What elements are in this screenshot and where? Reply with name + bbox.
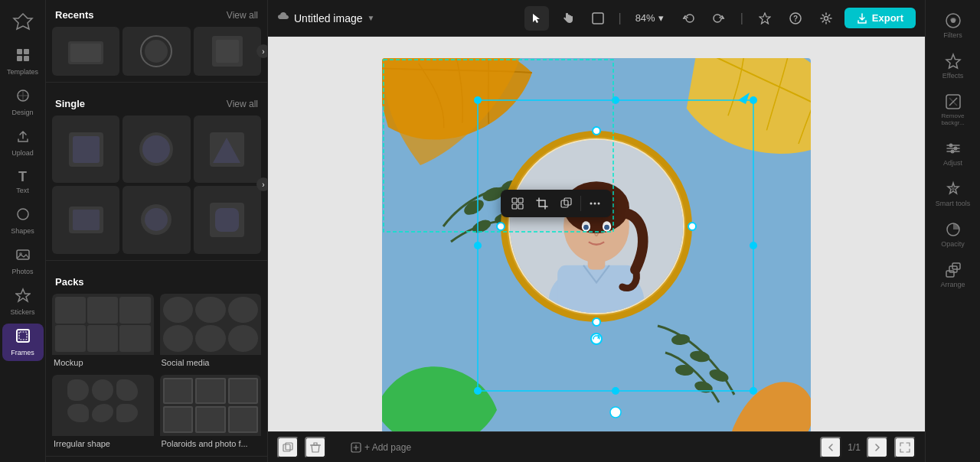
single-frame-4[interactable]	[52, 186, 119, 253]
svg-point-94	[951, 18, 956, 23]
svg-rect-81	[512, 198, 517, 203]
sidebar-item-design[interactable]: Design	[2, 83, 44, 121]
expand-btn[interactable]	[894, 437, 916, 458]
smart-tools-tool[interactable]: Smart tools	[930, 174, 976, 213]
recent-thumb-3[interactable]	[194, 27, 261, 76]
recent-thumb-2[interactable]	[122, 27, 190, 76]
float-toolbar	[501, 190, 612, 217]
svg-point-5	[18, 209, 28, 220]
upload-icon	[15, 129, 31, 148]
canvas-design[interactable]	[382, 58, 811, 431]
single-title: Single	[55, 98, 85, 109]
float-more-btn[interactable]	[584, 193, 606, 214]
svg-point-89	[598, 203, 600, 205]
svg-rect-28	[215, 208, 239, 232]
svg-rect-3	[24, 56, 29, 61]
svg-rect-84	[518, 204, 523, 209]
svg-point-69	[610, 407, 621, 418]
recents-view-all[interactable]: View all	[227, 10, 258, 21]
single-frame-3[interactable]	[194, 116, 261, 183]
single-section-header: Single View all	[46, 89, 267, 116]
svg-point-68	[750, 387, 757, 395]
svg-point-67	[612, 387, 619, 395]
filters-label: Filters	[943, 31, 962, 39]
effects-tool[interactable]: Effects	[930, 47, 976, 86]
app-logo[interactable]	[8, 6, 38, 37]
settings-btn[interactable]	[814, 6, 838, 31]
opacity-tool[interactable]: Opacity	[930, 215, 976, 254]
svg-rect-38	[593, 13, 603, 24]
sidebar-item-text[interactable]: T Text	[2, 164, 44, 199]
undo-btn[interactable]	[676, 6, 701, 31]
single-frame-6[interactable]	[194, 186, 261, 253]
bottom-delete-btn[interactable]	[305, 437, 326, 458]
float-grid-btn[interactable]	[507, 193, 528, 214]
recents-next-arrow[interactable]: ›	[256, 44, 268, 58]
add-page-label: + Add page	[364, 442, 411, 453]
redo-btn[interactable]	[707, 6, 731, 31]
sidebar-item-photos[interactable]: Photos	[2, 242, 44, 280]
sidebar-item-frames[interactable]: Frames	[2, 324, 44, 361]
effects-label: Effects	[942, 72, 963, 80]
frame-tool-btn[interactable]	[586, 6, 610, 31]
sidebar-item-frames-label: Frames	[11, 349, 34, 356]
top-bar: Untitled image ▼ | 84% ▾ | ?	[268, 0, 925, 37]
adjust-tool[interactable]: Adjust	[930, 134, 976, 173]
title-chevron-icon: ▼	[368, 14, 375, 22]
export-btn[interactable]: Export	[844, 8, 916, 28]
sidebar-item-stickers[interactable]: Stickers	[2, 283, 44, 320]
single-frame-2[interactable]	[122, 116, 190, 183]
document-title-area[interactable]: Untitled image ▼	[277, 11, 374, 25]
sidebar-item-text-label: Text	[16, 187, 29, 194]
svg-point-55	[707, 367, 730, 384]
bottom-copy-btn[interactable]	[277, 437, 299, 458]
prev-page-btn[interactable]	[820, 437, 841, 458]
single-frame-5[interactable]	[122, 186, 190, 253]
svg-point-64	[474, 242, 482, 249]
pack-mockup[interactable]: Mockup	[52, 294, 154, 369]
frames-icon	[15, 328, 31, 347]
pack-social-media[interactable]: Social media	[160, 294, 262, 369]
arrange-tool[interactable]: Arrange	[930, 255, 976, 294]
pack-social-media-label: Social media	[160, 355, 211, 369]
pack-polaroid[interactable]: Polaroids and photo f...	[160, 375, 262, 450]
help-btn[interactable]: ?	[783, 6, 808, 31]
svg-rect-16	[216, 40, 239, 63]
cloud-icon	[277, 11, 289, 25]
remove-bg-tool[interactable]: Remove backgr...	[930, 87, 976, 132]
svg-point-63	[750, 96, 757, 104]
svg-marker-39	[760, 13, 770, 24]
right-panel: Filters Effects Remove backgr... Adjust …	[925, 0, 980, 462]
svg-rect-9	[17, 330, 29, 342]
canvas-area[interactable]: Page 1	[268, 37, 925, 431]
zoom-selector[interactable]: 84% ▾	[629, 9, 670, 27]
svg-point-66	[474, 387, 482, 395]
filters-tool[interactable]: Filters	[930, 6, 976, 45]
svg-text:?: ?	[793, 15, 798, 23]
pack-irregular-shape[interactable]: Irregular shape	[52, 375, 154, 450]
single-frame-1[interactable]	[52, 116, 119, 183]
recent-thumb-1[interactable]	[52, 27, 119, 76]
sidebar-item-shapes[interactable]: Shapes	[2, 202, 44, 239]
svg-point-79	[604, 225, 609, 230]
sidebar-item-upload[interactable]: Upload	[2, 124, 44, 161]
brand-icon-btn[interactable]	[753, 6, 777, 31]
bottom-bar: + Add page 1/1	[268, 431, 925, 462]
hand-tool-btn[interactable]	[555, 6, 580, 31]
circle-photo-frame[interactable]	[501, 131, 692, 322]
cursor-tool-btn[interactable]	[524, 6, 549, 31]
single-next-arrow[interactable]: ›	[256, 177, 268, 191]
svg-rect-83	[512, 204, 517, 209]
pack-irregular-label: Irregular shape	[52, 436, 112, 450]
svg-point-97	[949, 144, 952, 148]
svg-point-62	[612, 96, 619, 104]
sidebar-item-templates[interactable]: Templates	[2, 43, 44, 80]
next-page-btn[interactable]	[867, 437, 888, 458]
float-crop-btn[interactable]	[531, 193, 553, 214]
recents-section-header: Recents View all	[46, 0, 267, 27]
float-duplicate-btn[interactable]	[556, 193, 577, 214]
svg-point-88	[594, 203, 596, 205]
add-page-btn[interactable]: + Add page	[345, 439, 417, 456]
single-view-all[interactable]: View all	[227, 99, 258, 109]
svg-point-61	[474, 96, 482, 104]
